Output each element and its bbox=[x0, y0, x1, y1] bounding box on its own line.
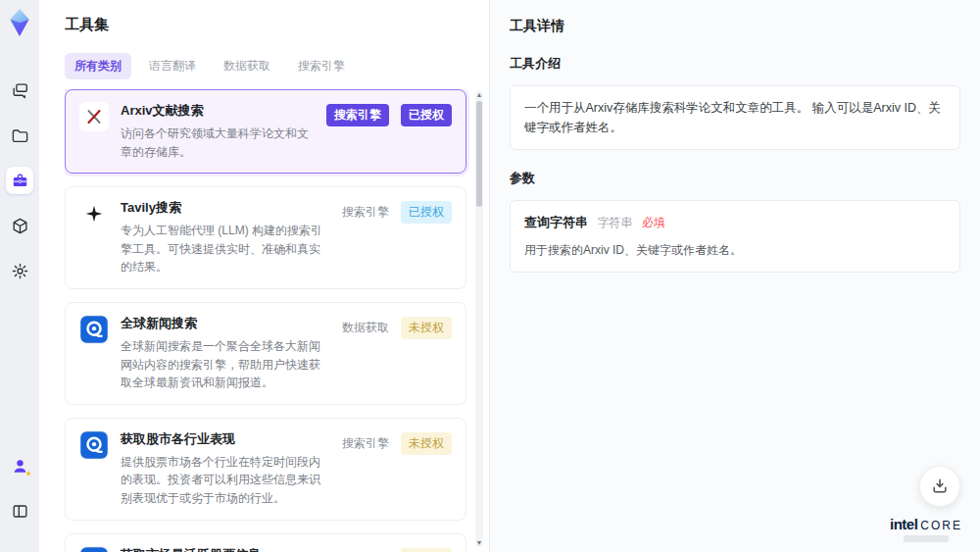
tab-all-categories[interactable]: 所有类别 bbox=[65, 53, 131, 79]
status-badge-unauthorized: 未授权 bbox=[401, 317, 452, 339]
core-logo-text: CORE bbox=[920, 519, 962, 532]
scrollbar-thumb[interactable] bbox=[476, 101, 482, 207]
gear-icon bbox=[11, 262, 29, 280]
user-status-dot bbox=[25, 471, 31, 477]
param-required-flag: 必填 bbox=[642, 216, 665, 229]
chat-icon bbox=[11, 81, 29, 100]
tool-name: 获取市场最活跃股票信息 bbox=[121, 546, 330, 552]
intro-heading: 工具介绍 bbox=[510, 55, 960, 73]
tool-name: Tavily搜索 bbox=[121, 199, 330, 217]
detail-title: 工具详情 bbox=[510, 18, 960, 35]
tool-card-stock-sectors[interactable]: 获取股市各行业表现 提供股票市场各个行业在特定时间段内的表现。投资者可以利用这些… bbox=[65, 418, 466, 521]
download-button[interactable] bbox=[919, 466, 960, 507]
sidebar-item-user[interactable] bbox=[6, 452, 33, 479]
panel-toggle-icon bbox=[11, 502, 29, 521]
tool-card-global-news[interactable]: 全球新闻搜索 全球新闻搜索是一个聚合全球各大新闻网站内容的搜索引擎，帮助用户快速… bbox=[65, 302, 466, 405]
tool-list: Arxiv文献搜索 访问各个研究领域大量科学论文和文章的存储库。 搜索引擎 已授… bbox=[65, 89, 489, 552]
tool-description: 全球新闻搜索是一个聚合全球各大新闻网站内容的搜索引擎，帮助用户快速获取全球最新资… bbox=[121, 337, 330, 392]
folder-icon bbox=[11, 126, 29, 145]
sidebar-item-settings[interactable] bbox=[6, 257, 33, 284]
sidebar-item-panel-toggle[interactable] bbox=[6, 497, 33, 525]
status-badge-unauthorized: 未授权 bbox=[401, 548, 452, 552]
params-heading: 参数 bbox=[510, 170, 960, 187]
intel-logo-text: intel bbox=[890, 516, 917, 532]
tool-card-tavily[interactable]: Tavily搜索 专为人工智能代理 (LLM) 构建的搜索引擎工具。可快速提供实… bbox=[65, 186, 466, 289]
sidebar-item-plugins[interactable] bbox=[6, 212, 33, 239]
tool-description: 访问各个研究领域大量科学论文和文章的存储库。 bbox=[121, 125, 315, 161]
intel-core-logo: intelCORE bbox=[890, 516, 962, 542]
sidebar-item-files[interactable] bbox=[6, 122, 33, 149]
tool-name: 获取股市各行业表现 bbox=[121, 430, 330, 448]
category-label: 搜索引擎 bbox=[342, 201, 389, 224]
tab-language-translation[interactable]: 语言翻译 bbox=[139, 53, 206, 79]
sidebar-rail bbox=[0, 0, 39, 552]
sidebar-item-chat[interactable] bbox=[6, 76, 33, 104]
tool-detail-pane: 工具详情 工具介绍 一个用于从Arxiv存储库搜索科学论文和文章的工具。 输入可… bbox=[490, 0, 980, 552]
param-name: 查询字符串 bbox=[524, 215, 588, 229]
status-badge-authorized: 已授权 bbox=[401, 104, 452, 126]
tool-name: 全球新闻搜索 bbox=[121, 315, 330, 332]
cube-icon bbox=[11, 217, 29, 235]
tool-description: 提供股票市场各个行业在特定时间段内的表现。投资者可以利用这些信息来识别表现优于或… bbox=[121, 453, 330, 508]
scroll-down-arrow[interactable]: ▼ bbox=[475, 539, 483, 547]
tab-data-fetching[interactable]: 数据获取 bbox=[214, 53, 280, 79]
news-app-icon bbox=[79, 546, 109, 552]
param-description: 用于搜索的Arxiv ID、关键字或作者姓名。 bbox=[524, 241, 946, 260]
category-label: 数据获取 bbox=[342, 317, 389, 339]
status-badge-unauthorized: 未授权 bbox=[401, 432, 452, 455]
arxiv-logo-icon bbox=[79, 102, 109, 131]
tool-intro-text: 一个用于从Arxiv存储库搜索科学论文和文章的工具。 输入可以是Arxiv ID… bbox=[510, 85, 960, 150]
app-logo-icon bbox=[7, 8, 32, 37]
news-app-icon bbox=[79, 315, 109, 344]
tool-name: Arxiv文献搜索 bbox=[121, 102, 315, 120]
category-label: 搜索引擎 bbox=[342, 548, 389, 552]
category-tabs: 所有类别 语言翻译 数据获取 搜索引擎 bbox=[65, 54, 489, 77]
category-label: 搜索引擎 bbox=[342, 432, 389, 455]
tavily-star-icon bbox=[79, 199, 109, 228]
category-badge: 搜索引擎 bbox=[326, 104, 389, 126]
list-scrollbar[interactable]: ▲ ▼ bbox=[475, 91, 483, 547]
tool-list-pane: 工具集 所有类别 语言翻译 数据获取 搜索引擎 Arxiv文献搜索 访问各个研究… bbox=[39, 0, 490, 552]
tool-card-arxiv[interactable]: Arxiv文献搜索 访问各个研究领域大量科学论文和文章的存储库。 搜索引擎 已授… bbox=[65, 89, 466, 174]
news-app-icon bbox=[79, 430, 109, 460]
status-badge-authorized: 已授权 bbox=[401, 201, 452, 224]
parameter-card: 查询字符串 字符串 必填 用于搜索的Arxiv ID、关键字或作者姓名。 bbox=[510, 200, 960, 273]
scroll-up-arrow[interactable]: ▲ bbox=[475, 91, 483, 99]
download-icon bbox=[930, 477, 950, 496]
param-type: 字符串 bbox=[597, 216, 632, 229]
tool-card-active-stocks[interactable]: 获取市场最活跃股票信息 提供当天交易量最高的股票列表。投资者可以利用这些信息来识… bbox=[65, 533, 466, 552]
tool-description: 专为人工智能代理 (LLM) 构建的搜索引擎工具。可快速提供实时、准确和真实的结… bbox=[121, 222, 330, 276]
page-title: 工具集 bbox=[65, 16, 489, 34]
intel-logo-subtext-bar bbox=[904, 535, 949, 542]
app-window: 工具集 所有类别 语言翻译 数据获取 搜索引擎 Arxiv文献搜索 访问各个研究… bbox=[0, 0, 980, 552]
tab-search-engine[interactable]: 搜索引擎 bbox=[288, 53, 355, 79]
toolbox-icon bbox=[11, 172, 29, 190]
sidebar-item-toolbox[interactable] bbox=[6, 167, 33, 194]
